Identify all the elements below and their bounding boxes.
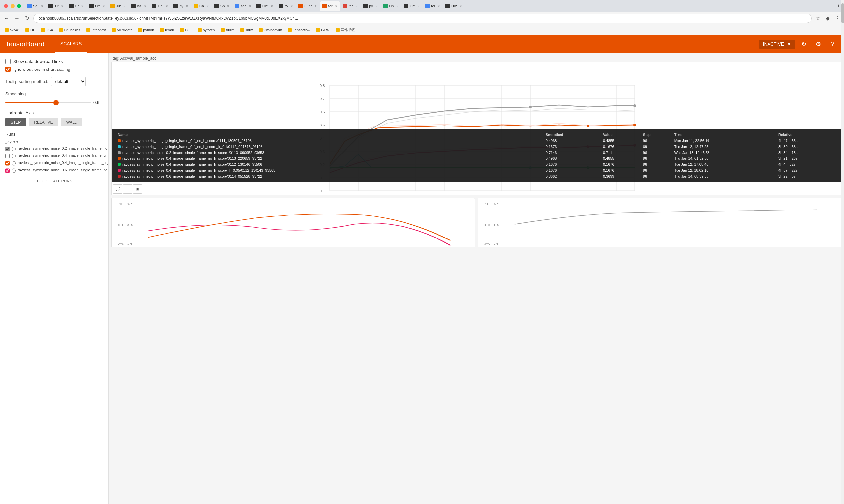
bookmark-5[interactable]: ML&Math (110, 28, 134, 33)
window-close[interactable] (4, 4, 8, 8)
bookmark-10[interactable]: slurm (219, 28, 236, 33)
svg-text:60: 60 (500, 193, 504, 194)
browser-tab-8[interactable]: Ca× (191, 1, 211, 11)
run-checkbox-3[interactable] (5, 168, 10, 173)
run-radio-2[interactable] (12, 161, 16, 166)
axis-step-button[interactable]: STEP (5, 118, 26, 126)
zoom-fit-button[interactable]: ⛶ (113, 184, 122, 194)
bookmark-12[interactable]: vim/neovim (257, 28, 284, 33)
bookmark-3[interactable]: CS basics (57, 28, 83, 33)
browser-tab-19[interactable]: ter× (422, 1, 443, 11)
browser-tab-2[interactable]: Tir× (66, 1, 86, 11)
horizontal-axis-section: Horizontal Axis STEP RELATIVE WALL (5, 110, 103, 126)
browser-tab-7[interactable]: py× (171, 1, 190, 11)
tooltip-sorting-select[interactable]: default ascending descending nearest (51, 77, 86, 86)
tooltip-relative-3: 3h 21m 26s (776, 156, 837, 161)
pan-button[interactable]: ⎯ (123, 184, 132, 194)
bookmark-6[interactable]: python (136, 28, 156, 33)
browser-tab-15[interactable]: ter× (340, 1, 360, 11)
browser-tab-17[interactable]: Lin× (380, 1, 401, 11)
tooltip-name-cell-6: ravdess_symmetric_noise_0.6_image_single… (116, 173, 544, 179)
bookmark-4[interactable]: Interview (84, 28, 108, 33)
forward-button[interactable]: → (13, 14, 21, 23)
chart-scrollbar[interactable] (841, 53, 844, 504)
window-minimize[interactable] (11, 4, 15, 8)
browser-tab-4[interactable]: Ju:× (107, 1, 128, 11)
run-radio-0[interactable] (12, 147, 16, 151)
run-item-2[interactable]: ravdess_symmetric_noise_0.4_image_single… (5, 160, 103, 166)
tooltip-name-cell-5: ravdess_symmetric_noise_0.4_image_single… (116, 167, 544, 173)
extensions-button[interactable]: ◆ (824, 14, 831, 23)
browser-tab-13[interactable]: 6 Inc× (296, 1, 320, 11)
tooltip-name-cell-0: ravdess_symmetric_image_single_frame_0.4… (116, 138, 544, 144)
svg-text:0: 0 (329, 193, 331, 194)
back-button[interactable]: ← (3, 14, 11, 23)
run-checkbox-2[interactable] (5, 161, 10, 166)
axis-relative-button[interactable]: RELATIVE (29, 118, 58, 126)
run-radio-3[interactable] (12, 168, 16, 173)
browser-tab-9[interactable]: Sp× (212, 1, 232, 11)
browser-tab-16[interactable]: py× (360, 1, 380, 11)
run-item-0[interactable]: ravdess_symmetric_noise_0.2_image_single… (5, 146, 103, 151)
browser-tab-5[interactable]: Iss× (128, 1, 149, 11)
show-download-row[interactable]: Show data download links (5, 59, 103, 64)
address-bar[interactable]: localhost:8080/#scalars&runSelectionStat… (33, 14, 812, 23)
run-checkbox-1[interactable] (5, 154, 10, 159)
tooltip-time-3: Thu Jan 14, 01:32:05 (672, 156, 776, 161)
tab-container: Se:×Tir×Tir×Le:×Ju:×Iss×He:×py×Ca×Sp×sac… (24, 1, 834, 11)
bookmark-11[interactable]: linux (238, 28, 255, 33)
toggle-all-runs-button[interactable]: TOGGLE ALL RUNS (5, 178, 103, 184)
reload-button[interactable]: ↻ (24, 14, 31, 23)
refresh-button[interactable]: ↻ (798, 38, 810, 50)
zoom-button[interactable]: ▣ (133, 184, 142, 194)
svg-text:0.8: 0.8 (484, 223, 499, 227)
bookmark-9[interactable]: pytorch (196, 28, 217, 33)
ignore-outliers-label: Ignore outliers in chart scaling (13, 67, 70, 72)
ignore-outliers-checkbox[interactable] (5, 67, 11, 72)
tooltip-name-cell-1: ravdess_symmetric_image_single_frame_0.4… (116, 144, 544, 149)
help-button[interactable]: ? (827, 38, 839, 50)
browser-tab-11[interactable]: Ob:× (254, 1, 276, 11)
run-item-3[interactable]: ravdess_symmetric_noise_0.6_image_single… (5, 168, 103, 173)
inactive-dropdown[interactable]: INACTIVE ▼ (759, 39, 795, 49)
browser-tab-14[interactable]: tor× (320, 1, 340, 11)
bookmark-7[interactable]: rcmdr (158, 28, 176, 33)
run-item-1[interactable]: ravdess_symmetric_noise_0.4_image_single… (5, 153, 103, 159)
run-checkbox-0[interactable] (5, 147, 10, 151)
smoothing-section: Smoothing 0.6 (5, 91, 103, 105)
window-maximize[interactable] (17, 4, 21, 8)
bookmark-0[interactable]: akb48 (3, 28, 21, 33)
browser-tab-18[interactable]: Or:× (401, 1, 422, 11)
browser-tab-0[interactable]: Se:× (24, 1, 46, 11)
browser-tab-6[interactable]: He:× (149, 1, 170, 11)
show-download-checkbox[interactable] (5, 59, 11, 64)
svg-text:0.8: 0.8 (320, 84, 325, 88)
tooltip-overlay: NameSmoothedValueStepTimeRelative ravdes… (112, 129, 841, 182)
settings-button[interactable]: ⚙ (812, 38, 824, 50)
browser-tab-1[interactable]: Tir× (46, 1, 66, 11)
tooltip-sorting-label: Tooltip sorting method: (5, 79, 49, 84)
run-radio-1[interactable] (12, 154, 16, 159)
bookmark-2[interactable]: DSA (39, 28, 55, 33)
svg-point-41 (633, 104, 636, 107)
svg-text:0.4: 0.4 (484, 243, 499, 246)
browser-tab-20[interactable]: Ho:× (443, 1, 464, 11)
tooltip-time-2: Wed Jan 13, 12:46:58 (672, 149, 776, 156)
smoothing-row: 0.6 (5, 100, 103, 105)
menu-button[interactable]: ⋮ (833, 14, 841, 23)
nav-tab-scalars[interactable]: SCALARS (55, 35, 87, 53)
bookmark-15[interactable]: 其他书签 (334, 27, 357, 33)
tooltip-column-header: Relative (776, 132, 837, 138)
bookmark-14[interactable]: GFW (314, 28, 332, 33)
ignore-outliers-row[interactable]: Ignore outliers in chart scaling (5, 67, 103, 72)
axis-wall-button[interactable]: WALL (61, 118, 82, 126)
browser-tab-10[interactable]: sac× (232, 1, 254, 11)
bookmark-1[interactable]: DL (23, 28, 37, 33)
bookmark-13[interactable]: Tensorflow (286, 28, 312, 33)
bookmark-button[interactable]: ☆ (814, 14, 822, 23)
smoothing-slider[interactable] (5, 102, 91, 104)
browser-tab-12[interactable]: py× (276, 1, 295, 11)
bookmark-8[interactable]: C++ (178, 28, 194, 33)
tooltip-row-4: ravdess_symmetric_noise_0.4_image_single… (116, 161, 837, 167)
browser-tab-3[interactable]: Le:× (86, 1, 107, 11)
